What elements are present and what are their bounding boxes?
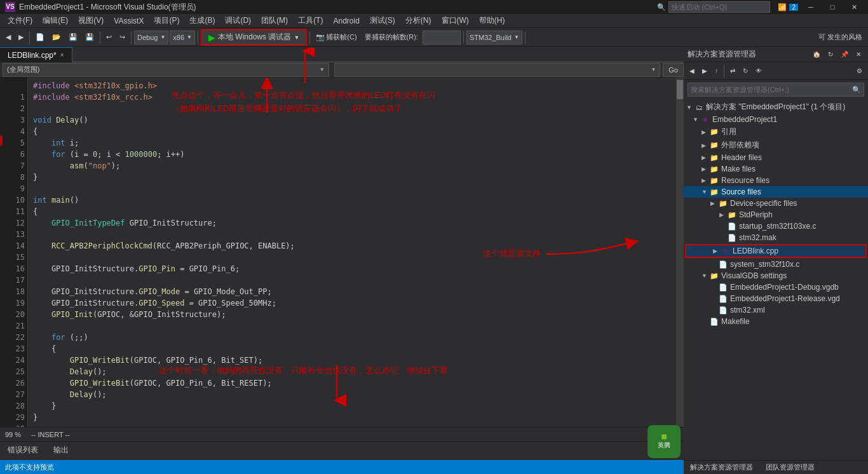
- tree-refs[interactable]: ▶ 📁 引用: [684, 125, 868, 139]
- minimize-button[interactable]: ─: [802, 0, 820, 14]
- tree-startup[interactable]: ▶ 📄 startup_stm32f103xe.c: [684, 220, 868, 232]
- se-btn-refresh[interactable]: ↻: [825, 47, 836, 62]
- title-right: 🔍 📶 2: [657, 1, 798, 13]
- code-editor[interactable]: #include <stm32f10x_gpio.h> #include <st…: [28, 78, 676, 427]
- tree-resources[interactable]: ▶ 📁 Resource files: [684, 175, 868, 186]
- menu-debug[interactable]: 调试(D): [220, 14, 256, 27]
- capture-count-input[interactable]: [423, 30, 461, 44]
- toolbar: ◀ ▶ 📄 📂 💾 💾 ↩ ↪ Debug ▼ x86 ▼ ▶ 本地 Windo…: [0, 28, 868, 47]
- menu-analyze[interactable]: 分析(N): [400, 14, 437, 27]
- debug-mode-dropdown[interactable]: Debug ▼: [134, 30, 168, 44]
- tree-extdeps[interactable]: ▶ 📁 外部依赖项: [684, 139, 868, 152]
- menu-help[interactable]: 帮助(H): [474, 14, 510, 27]
- scope-dropdown-right[interactable]: ▼: [334, 63, 661, 77]
- tree-stm32xml[interactable]: ▶ 📄 stm32.xml: [684, 304, 868, 316]
- se-tool-sync[interactable]: ⇄: [727, 64, 738, 79]
- camera-icon: 📷: [316, 33, 325, 41]
- run-label: 本地 Windows 调试器: [218, 32, 291, 43]
- toolbar-save-all[interactable]: 💾: [82, 30, 97, 45]
- tree-solution[interactable]: ▼ 🗂 解决方案 "EmbeddedProject1" (1 个项目): [684, 100, 868, 114]
- menu-vassistx[interactable]: VAssistX: [109, 15, 149, 27]
- menu-window[interactable]: 窗口(W): [437, 14, 474, 27]
- visualgdb-icon: 📁: [709, 272, 719, 280]
- toolbar-sep1: [29, 31, 30, 44]
- build-dropdown-arrow: ▼: [514, 34, 519, 40]
- ln-spacer: [8, 80, 25, 91]
- ln-21: 21: [8, 320, 25, 332]
- se-toolbar-btns: 🏠 ↻ 📌 ✕: [810, 47, 864, 62]
- build-target-dropdown[interactable]: STM32_Build ▼: [466, 30, 522, 44]
- devicespecific-label: Device-specific files: [730, 199, 797, 208]
- tree-ledblink[interactable]: ▶ ⊞ LEDBlink.cpp: [685, 244, 867, 258]
- editor-scrollbar[interactable]: [676, 78, 684, 427]
- ln-6: 6: [8, 149, 25, 160]
- ln-5: 5: [8, 137, 25, 149]
- watermark-text: 英腾: [658, 441, 670, 450]
- scrollbar-thumb[interactable]: [677, 80, 683, 99]
- tab-ledblink[interactable]: LEDBlink.cpp* ×: [0, 47, 72, 62]
- ln-19: 19: [8, 297, 25, 309]
- project-arrow: ▼: [693, 116, 700, 123]
- maximize-button[interactable]: □: [824, 0, 841, 14]
- toolbar-open[interactable]: 📂: [49, 30, 64, 45]
- tab-errors[interactable]: 错误列表: [0, 442, 46, 459]
- menu-build[interactable]: 生成(B): [184, 14, 220, 27]
- tree-system[interactable]: ▶ 📄 system_stm32f10x.c: [684, 259, 868, 270]
- se-tool-back[interactable]: ◀: [686, 64, 698, 79]
- tree-device-specific[interactable]: ▶ 📁 Device-specific files: [684, 198, 868, 209]
- menu-edit[interactable]: 编辑(E): [37, 14, 73, 27]
- tree-visualgdb[interactable]: ▼ 📁 VisualGDB settings: [684, 270, 868, 281]
- debug-dropdown-arrow: ▼: [160, 34, 165, 40]
- menu-view[interactable]: 视图(V): [73, 14, 109, 27]
- capture-frame-btn[interactable]: 📷 捕获帧(C): [313, 30, 360, 45]
- quick-launch-input[interactable]: [668, 1, 770, 13]
- tree-vgdb-release[interactable]: ▶ 📄 EmbeddedProject1-Release.vgd: [684, 293, 868, 304]
- se-tool-show-all[interactable]: 👁: [752, 64, 765, 79]
- se-btn-pin[interactable]: 📌: [837, 47, 851, 62]
- menu-tools[interactable]: 工具(T): [293, 14, 328, 27]
- toolbar-redo[interactable]: ↪: [116, 30, 128, 45]
- tree-stm32mak[interactable]: ▶ 📄 stm32.mak: [684, 232, 868, 243]
- menu-file[interactable]: 文件(F): [3, 14, 37, 27]
- se-tool-up[interactable]: ↑: [712, 64, 721, 79]
- tree-makefile[interactable]: ▶ 📄 Makefile: [684, 316, 868, 327]
- tree-project[interactable]: ▼ ■ EmbeddedProject1: [684, 114, 868, 125]
- toolbar-forward[interactable]: ▶: [15, 30, 27, 45]
- toolbar-save[interactable]: 💾: [65, 30, 81, 45]
- se-btn-close[interactable]: ✕: [853, 47, 864, 62]
- startup-icon: 📄: [727, 222, 737, 231]
- se-tool-props[interactable]: ⚙: [853, 64, 865, 79]
- tree-headers[interactable]: ▶ 📁 Header files: [684, 152, 868, 163]
- tree-vgdb-debug[interactable]: ▶ 📄 EmbeddedProject1-Debug.vgdb: [684, 281, 868, 293]
- se-btn-home[interactable]: 🏠: [810, 47, 824, 62]
- refs-label: 引用: [721, 126, 736, 137]
- close-button[interactable]: ✕: [845, 0, 863, 14]
- se-tool-refresh[interactable]: ↻: [740, 64, 751, 79]
- tree-makefiles[interactable]: ▶ 📁 Make files: [684, 163, 868, 175]
- tab-output[interactable]: 输出: [46, 442, 76, 459]
- toolbar-new[interactable]: 📄: [32, 30, 48, 45]
- se-tab-solution[interactable]: 解决方案资源管理器: [684, 461, 759, 473]
- toolbar-back[interactable]: ◀: [3, 30, 14, 45]
- platform-dropdown-arrow: ▼: [187, 34, 192, 40]
- menu-team[interactable]: 团队(M): [256, 14, 293, 27]
- solution-arrow: ▼: [686, 104, 694, 111]
- menu-android[interactable]: Android: [328, 15, 364, 27]
- menu-project[interactable]: 项目(P): [149, 14, 184, 27]
- insert-mode: -- INSERT --: [31, 431, 70, 438]
- platform-dropdown[interactable]: x86 ▼: [170, 30, 195, 44]
- se-tool-forward[interactable]: ▶: [699, 64, 710, 79]
- se-toolbar: ◀ ▶ ↑ ⇄ ↻ 👁 ⚙: [684, 62, 868, 80]
- run-button[interactable]: ▶ 本地 Windows 调试器 ▼: [201, 29, 307, 46]
- refs-arrow: ▶: [702, 129, 709, 135]
- se-tab-team[interactable]: 团队资源管理器: [759, 461, 821, 473]
- refs-icon: 📁: [709, 128, 719, 136]
- tree-source-files[interactable]: ▼ 📁 Source files: [684, 186, 868, 198]
- scope-dropdown-left[interactable]: (全局范围) ▼: [3, 63, 329, 77]
- se-search-input[interactable]: [691, 86, 852, 93]
- menu-test[interactable]: 测试(S): [365, 14, 400, 27]
- toolbar-undo[interactable]: ↩: [103, 30, 115, 45]
- tab-close-icon[interactable]: ×: [60, 51, 64, 58]
- go-button[interactable]: Go: [663, 63, 684, 77]
- tree-stdperiph[interactable]: ▶ 📁 StdPeriph: [684, 209, 868, 220]
